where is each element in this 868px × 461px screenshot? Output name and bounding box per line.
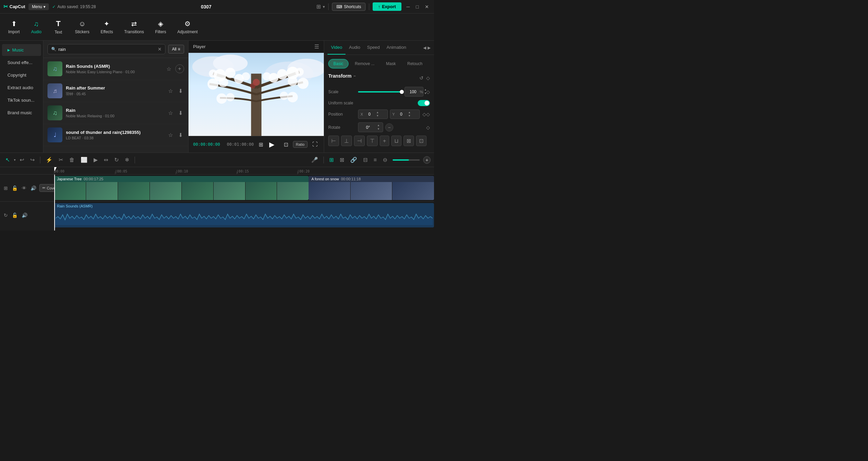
filter-all-button[interactable]: All ≡ (168, 45, 184, 54)
scale-keyframe[interactable]: ◇ (426, 89, 430, 95)
maximize-button[interactable]: □ (414, 3, 420, 10)
download-button[interactable]: ⬇ (177, 131, 184, 140)
sidebar-item-brand-music[interactable]: Brand music (2, 107, 41, 119)
clear-search-button[interactable]: ✕ (158, 46, 162, 52)
split-button[interactable]: ⚡ (44, 155, 55, 164)
tab-video[interactable]: Video (328, 41, 346, 55)
subtab-retouch[interactable]: Retouch (402, 59, 428, 68)
tool-audio[interactable]: ♫ Audio (26, 17, 46, 37)
align-right-button[interactable]: ⊣ (354, 136, 365, 146)
tab-speed[interactable]: Speed (363, 41, 383, 55)
fit-view-button[interactable]: ⊡ (282, 140, 290, 149)
reset-transform-button[interactable]: ↺ (419, 75, 423, 81)
align-distribute-v-button[interactable]: ⊡ (416, 136, 427, 146)
rotate-ccw-button[interactable]: − (385, 123, 393, 132)
align-bottom-button[interactable]: ⊔ (391, 136, 401, 146)
add-music-button[interactable]: + (175, 64, 184, 73)
fullscreen-button[interactable]: ⛶ (311, 140, 319, 149)
audio-clip-1[interactable]: Rain Sounds (ASMR) (54, 203, 434, 227)
menu-button[interactable]: Menu ▾ (28, 3, 49, 10)
audio-track-lock-button[interactable]: 🔓 (11, 212, 19, 219)
flip-button[interactable]: ⇔ (102, 155, 110, 164)
sidebar-item-music[interactable]: ▶ Music (2, 44, 41, 56)
shortcuts-button[interactable]: ⌨ Shortcuts (332, 3, 366, 11)
favorite-button[interactable]: ☆ (167, 108, 174, 118)
pos-x-increment[interactable]: ▲ (376, 111, 379, 114)
select-dropdown[interactable]: ▾ (14, 158, 16, 162)
align-center-h-button[interactable]: ⊥ (341, 136, 352, 146)
tab-animation[interactable]: Animation (383, 41, 410, 55)
rotate-tool-button[interactable]: ↻ (112, 155, 121, 164)
microphone-button[interactable]: 🎤 (309, 155, 320, 164)
tab-audio[interactable]: Audio (346, 41, 363, 55)
position-y-input[interactable] (396, 112, 406, 117)
pos-y-decrement[interactable]: ▼ (408, 114, 411, 118)
cut-button[interactable]: ✂ (57, 155, 65, 164)
sidebar-item-tiktok-sounds[interactable]: TikTok soun... (2, 94, 41, 106)
right-panel-more[interactable]: ◀ ▶ (423, 45, 431, 50)
scale-value-input[interactable]: % ▲ ▼ (405, 87, 423, 97)
audio-track-loop-button[interactable]: ↻ (3, 212, 9, 219)
export-button[interactable]: ↑ Export (373, 2, 401, 11)
scale-slider[interactable] (358, 91, 402, 93)
subtitle-button[interactable]: ≡ (372, 156, 379, 164)
favorite-button[interactable]: ☆ (167, 86, 174, 96)
select-tool-button[interactable]: ↖ (3, 155, 12, 164)
video-clip-2[interactable]: A forest on snow 00:00:11:18 (309, 176, 434, 200)
tool-text[interactable]: T Text (48, 17, 68, 37)
close-button[interactable]: ✕ (423, 3, 431, 10)
play-button[interactable]: ▶ (268, 139, 276, 150)
favorite-button[interactable]: ☆ (165, 64, 173, 74)
track-visibility-button[interactable]: 👁 (21, 184, 27, 192)
list-item[interactable]: ♬ Rain after Summer 羽钟 · 05:45 ☆ ⬇ (43, 80, 188, 102)
track-lock-button[interactable]: 🔓 (11, 184, 19, 192)
subtab-basic[interactable]: Basic (328, 59, 348, 68)
pos-x-decrement[interactable]: ▼ (376, 114, 379, 118)
ratio-button[interactable]: Ratio (293, 141, 308, 148)
position-x-input[interactable] (364, 112, 375, 117)
undo-button[interactable]: ↩ (18, 155, 26, 164)
audio-track-volume-button[interactable]: 🔊 (21, 212, 28, 219)
minimize-button[interactable]: ─ (405, 3, 412, 10)
zoom-out-button[interactable]: ⊖ (381, 155, 389, 164)
align-top-button[interactable]: ⊤ (367, 136, 378, 146)
overlay-button[interactable]: ⊠ (338, 155, 346, 164)
search-input[interactable] (58, 47, 156, 52)
sidebar-item-copyright[interactable]: Copyright (2, 69, 41, 81)
crop-tool-button[interactable]: ⬜ (79, 155, 90, 164)
split-screen-button[interactable]: ⊟ (361, 155, 370, 164)
zoom-in-button[interactable]: + (423, 156, 431, 164)
tool-effects[interactable]: ✦ Effects (96, 17, 118, 37)
rotate-input[interactable] (361, 125, 375, 130)
main-track-button[interactable]: ⊞ (327, 155, 336, 164)
track-expand-button[interactable]: ⊞ (3, 184, 9, 192)
tool-import[interactable]: ⬆ Import (3, 17, 24, 37)
sidebar-item-extract-audio[interactable]: Extract audio (2, 82, 41, 94)
list-item[interactable]: ♫ Rain Sounds (ASMR) Noble Music Easy Li… (43, 58, 188, 80)
tool-adjustment[interactable]: ⚙ Adjustment (173, 17, 202, 37)
track-audio-button[interactable]: 🔊 (29, 184, 37, 192)
subtab-mask[interactable]: Mask (381, 59, 401, 68)
video-clip-1[interactable]: Japanese Tree 00:00:17:25 (54, 176, 309, 200)
pos-y-increment[interactable]: ▲ (408, 111, 411, 114)
keyframe-button[interactable]: ◇ (426, 75, 430, 81)
favorite-button[interactable]: ☆ (167, 131, 174, 140)
tool-stickers[interactable]: ☺ Stickers (70, 17, 94, 37)
sidebar-item-sound-effects[interactable]: Sound effe... (2, 57, 41, 68)
grid-view-button[interactable]: ⊞ (257, 140, 264, 149)
play-clip-button[interactable]: ▶ (92, 155, 100, 164)
align-center-v-button[interactable]: + (380, 136, 389, 146)
align-distribute-h-button[interactable]: ⊠ (403, 136, 414, 146)
link-button[interactable]: 🔗 (348, 155, 359, 164)
player-menu-button[interactable]: ☰ (314, 43, 319, 50)
zoom-slider[interactable] (393, 159, 420, 161)
position-keyframe[interactable]: ◇◇ (422, 112, 430, 117)
list-item[interactable]: ♩ sound of thunder and rain(1298355) LD … (43, 124, 188, 146)
uniform-scale-toggle[interactable] (418, 100, 430, 106)
rotate-keyframe[interactable]: ◇ (426, 125, 430, 130)
tool-filters[interactable]: ◈ Filters (150, 17, 171, 37)
download-button[interactable]: ⬇ (177, 86, 184, 96)
align-left-button[interactable]: ⊢ (328, 136, 339, 146)
rotate-increment[interactable]: ▲ (377, 124, 380, 127)
redo-button[interactable]: ↪ (28, 155, 37, 164)
